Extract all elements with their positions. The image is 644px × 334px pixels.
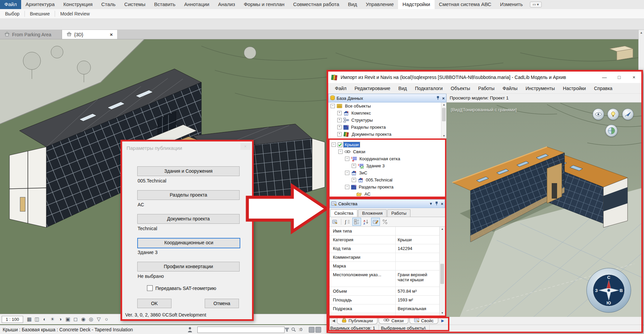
dialog-button[interactable]: Здания и Сооружения bbox=[137, 166, 240, 176]
tree-item[interactable]: −Все объекты bbox=[329, 102, 447, 110]
tree-expander[interactable]: − bbox=[332, 142, 336, 147]
crop-view-icon[interactable]: ▣ bbox=[64, 316, 72, 322]
property-value[interactable]: Вертикальная bbox=[396, 304, 439, 313]
plus-minus-icon[interactable]: + bbox=[381, 218, 389, 225]
dialog-button[interactable]: Координационные оси bbox=[137, 238, 240, 248]
globe-icon[interactable] bbox=[605, 125, 617, 137]
tree-item[interactable]: −ЗиС bbox=[330, 169, 445, 176]
tree-item[interactable]: +005.Technical bbox=[330, 176, 445, 183]
ribbon-tab[interactable]: Вставить bbox=[150, 0, 180, 9]
pin-icon[interactable] bbox=[436, 96, 440, 101]
dialog-button[interactable]: Документы проекта bbox=[137, 214, 240, 224]
fly-mode-icon[interactable] bbox=[622, 109, 634, 120]
ribbon-tab[interactable]: Аннотации bbox=[180, 0, 214, 9]
menu-item[interactable]: Вид bbox=[394, 86, 411, 91]
tree-expander[interactable]: − bbox=[331, 104, 335, 108]
tree-item[interactable]: +Документы проекта bbox=[329, 131, 447, 138]
tree-item[interactable]: +Структуры bbox=[329, 117, 447, 124]
menu-item[interactable]: Настройки bbox=[559, 86, 590, 91]
ribbon-tab[interactable]: Изменить bbox=[496, 0, 527, 9]
show-crop-icon[interactable]: ◻ bbox=[72, 316, 80, 322]
close-icon[interactable]: × bbox=[441, 201, 443, 206]
view-tab[interactable]: {3D}× bbox=[62, 30, 117, 39]
dialog-button[interactable]: Разделы проекта bbox=[137, 190, 240, 200]
detail-level-icon[interactable]: ◫ bbox=[33, 316, 41, 322]
maximize-button[interactable]: □ bbox=[612, 72, 627, 83]
scroll-left-icon[interactable]: ◀ bbox=[330, 319, 337, 323]
navigation-compass[interactable]: С В Ю З bbox=[585, 267, 632, 314]
status-search-input[interactable] bbox=[197, 327, 285, 333]
tree-scrollbar[interactable]: ▲ ▼ bbox=[441, 102, 447, 138]
close-icon[interactable]: × bbox=[110, 32, 113, 37]
menu-item[interactable]: Справка bbox=[590, 86, 616, 91]
properties-panel-header[interactable]: Свойства ▼ × bbox=[330, 199, 445, 208]
bottom-tab[interactable]: Связи bbox=[379, 318, 408, 324]
eye-icon[interactable] bbox=[593, 109, 604, 120]
sat-geometry-checkbox[interactable]: Передавать SAT-геометрию bbox=[147, 285, 216, 291]
tree-expander[interactable]: − bbox=[345, 171, 349, 175]
status-toggle-icon[interactable] bbox=[309, 327, 314, 333]
properties-icon[interactable] bbox=[331, 218, 339, 225]
tree-expander[interactable]: − bbox=[345, 157, 349, 161]
menu-item[interactable]: Работы bbox=[474, 86, 499, 91]
properties-tab[interactable]: Работы bbox=[387, 209, 410, 217]
grid-scrollbar[interactable]: ▲ ▼ bbox=[439, 227, 445, 316]
sum-icon[interactable]: ∫ bbox=[343, 218, 351, 225]
tree-expander[interactable]: + bbox=[337, 111, 342, 115]
property-value[interactable]: Крыши bbox=[396, 236, 439, 244]
ribbon-tab[interactable]: Совместная работа bbox=[289, 0, 344, 9]
ribbon-tab[interactable]: Системы bbox=[120, 0, 150, 9]
tree-item[interactable]: −Крыши bbox=[330, 141, 445, 148]
shadows-icon[interactable]: ◑ bbox=[56, 316, 64, 322]
tree-item[interactable]: −1RКоординатная сетка bbox=[330, 155, 445, 162]
menu-item[interactable]: Файл bbox=[331, 86, 350, 91]
temporary-view-icon[interactable]: ▽ bbox=[95, 316, 103, 322]
chevron-down-icon[interactable]: ▼ bbox=[429, 202, 433, 206]
tree-item[interactable]: −Связи bbox=[330, 148, 445, 155]
property-value[interactable]: 142294 bbox=[396, 244, 439, 253]
sun-path-icon[interactable]: ☀ bbox=[49, 316, 56, 322]
ribbon-tab[interactable]: Управление bbox=[361, 0, 398, 9]
menu-item[interactable]: Файлы bbox=[499, 86, 522, 91]
menu-item[interactable]: Редактирование bbox=[350, 86, 394, 91]
close-button[interactable]: × bbox=[627, 72, 641, 83]
ribbon-tab[interactable]: Сметная система АВС bbox=[435, 0, 496, 9]
tree-expander[interactable]: − bbox=[338, 150, 343, 154]
properties-tab[interactable]: Вложения bbox=[358, 209, 387, 217]
ribbon-tab[interactable]: Сталь bbox=[97, 0, 120, 9]
search-icon[interactable] bbox=[291, 327, 296, 333]
analytical-model-icon[interactable]: ○ bbox=[103, 316, 110, 322]
tree-expander[interactable]: + bbox=[352, 178, 356, 182]
filter-icon[interactable] bbox=[285, 327, 289, 333]
tree-expander[interactable]: − bbox=[345, 185, 349, 189]
visual-style-icon[interactable]: ◐ bbox=[41, 316, 49, 322]
edit-card-icon[interactable] bbox=[371, 218, 380, 226]
view-tab[interactable]: From Parking Area bbox=[0, 30, 62, 39]
property-value[interactable] bbox=[396, 262, 439, 270]
property-value[interactable] bbox=[396, 253, 439, 261]
menu-item[interactable]: Подкаталоги bbox=[411, 86, 447, 91]
tree-item[interactable]: +Комплекс bbox=[329, 110, 447, 117]
properties-tab[interactable]: Свойства bbox=[330, 209, 357, 217]
view-cube-icon[interactable]: ▦ bbox=[26, 316, 33, 322]
tree-expander[interactable]: + bbox=[337, 125, 342, 129]
ribbon-tab[interactable]: Архитектура bbox=[21, 0, 59, 9]
tree-expander[interactable]: + bbox=[352, 164, 356, 168]
tree-item[interactable]: АС bbox=[330, 191, 445, 198]
property-value[interactable] bbox=[396, 227, 439, 235]
ribbon-tab[interactable]: Файл bbox=[0, 0, 21, 9]
ribbon-tab[interactable]: Анализ bbox=[214, 0, 240, 9]
temporary-hide-icon[interactable]: ◉ bbox=[80, 316, 87, 322]
tree-item[interactable]: +1Здание 3 bbox=[330, 162, 445, 169]
pin-icon[interactable] bbox=[435, 201, 438, 206]
tree-expander[interactable]: + bbox=[337, 132, 342, 136]
sort-az-icon[interactable]: AZ bbox=[362, 218, 370, 225]
model-viewport[interactable]: [Вид][Тонированный с гранями] bbox=[446, 102, 641, 317]
ok-button[interactable]: OK bbox=[137, 299, 171, 308]
tree-item[interactable]: −Разделы проекта bbox=[330, 183, 445, 191]
ribbon-tab[interactable]: Конструкция bbox=[59, 0, 97, 9]
view-scale[interactable]: 1 : 100 bbox=[2, 316, 23, 323]
close-icon[interactable]: × bbox=[442, 96, 445, 101]
cancel-button[interactable]: Отмена bbox=[205, 299, 239, 308]
property-value[interactable]: 1593 м² bbox=[396, 296, 439, 304]
